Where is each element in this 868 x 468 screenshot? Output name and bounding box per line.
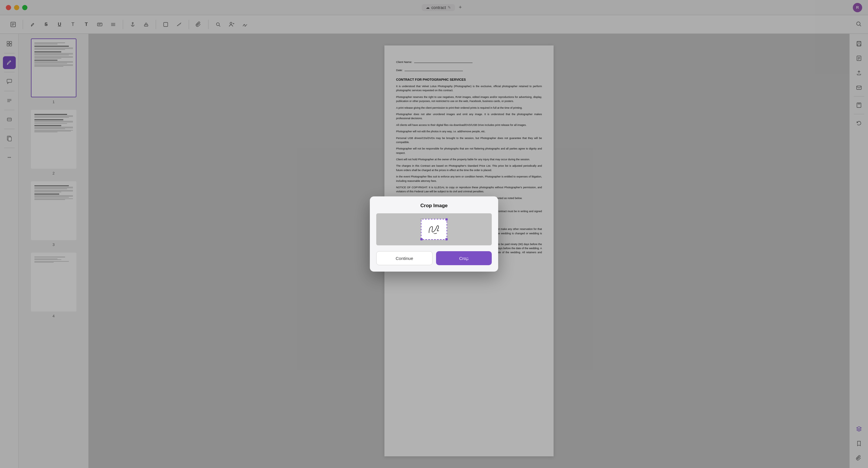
modal-body — [370, 213, 498, 251]
handle-top-left[interactable] — [420, 219, 423, 220]
crop-selection-box[interactable] — [421, 219, 447, 240]
arrow-indicator — [465, 254, 479, 264]
crop-button[interactable]: Crop — [436, 251, 492, 265]
crop-canvas[interactable] — [376, 213, 492, 245]
modal-header: Crop Image — [370, 196, 498, 213]
handle-bottom-left[interactable] — [420, 238, 423, 240]
handle-bottom-right[interactable] — [445, 238, 448, 240]
continue-button[interactable]: Continue — [376, 251, 433, 265]
modal-title: Crop Image — [420, 203, 448, 208]
handle-top-right[interactable] — [445, 218, 448, 221]
signature-preview — [423, 220, 445, 238]
modal-overlay: Crop Image — [0, 0, 868, 468]
